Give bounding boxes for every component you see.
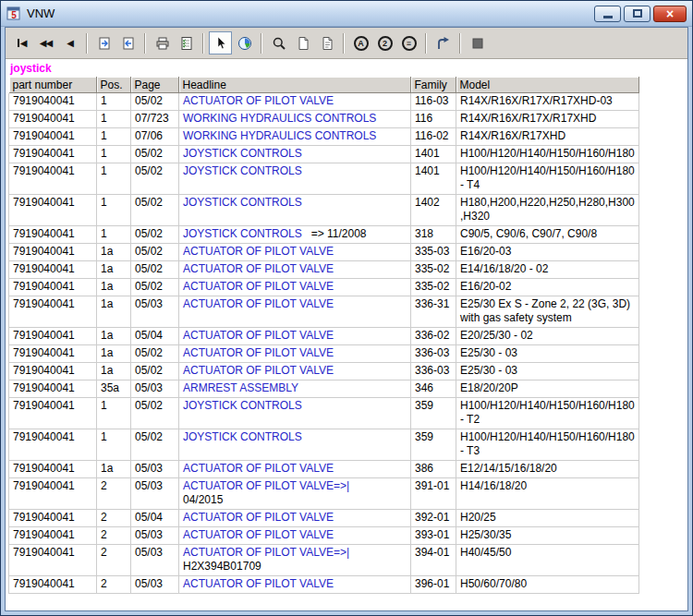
headline-link[interactable]: ACTUATOR OF PILOT VALVE <box>183 329 334 342</box>
circle-2-icon: 2 <box>378 36 393 51</box>
cell-part-number: 7919040041 <box>9 345 97 363</box>
headline-link[interactable]: ACTUATOR OF PILOT VALVE=>| <box>183 546 349 559</box>
pointer-select-button[interactable] <box>209 31 232 54</box>
print-button[interactable] <box>151 31 174 54</box>
close-button[interactable]: × <box>653 6 687 22</box>
cell-model: E25/30 Ex S - Zone 2, 22 (3G, 3D) with g… <box>456 296 639 328</box>
page-icon <box>296 36 310 51</box>
cell-pos: 2 <box>97 510 131 527</box>
go-previous-fast-button[interactable]: ◀◀ <box>34 31 57 54</box>
cell-family: 336-31 <box>411 296 456 328</box>
circle-2-button[interactable]: 2 <box>373 31 396 54</box>
headline-link[interactable]: ACTUATOR OF PILOT VALVE <box>183 297 334 310</box>
checklist-button[interactable] <box>175 31 198 54</box>
cell-model: E12/14/15/16/18/20 <box>456 461 639 478</box>
headline-link[interactable]: ACTUATOR OF PILOT VALVE <box>183 94 334 107</box>
toolbar: ◀ ◀◀ ◀ <box>6 28 687 59</box>
headline-link[interactable]: ACTUATOR OF PILOT VALVE <box>183 262 334 275</box>
cell-pos: 1a <box>97 328 131 345</box>
headline-link[interactable]: ACTUATOR OF PILOT VALVE <box>183 245 334 258</box>
toolbar-separator <box>261 33 262 54</box>
cell-part-number: 7919040041 <box>9 93 97 111</box>
app-icon[interactable]: 5 <box>6 6 21 21</box>
cell-pos: 1a <box>97 345 131 363</box>
header-page[interactable]: Page <box>131 77 179 93</box>
headline-link[interactable]: JOYSTICK CONTROLS <box>183 164 302 177</box>
cell-model: E16/20-03 <box>456 244 639 261</box>
cell-page: 05/02 <box>131 244 179 261</box>
cell-headline: JOYSTICK CONTROLS <box>179 146 411 163</box>
headline-link[interactable]: ACTUATOR OF PILOT VALVE <box>183 364 334 377</box>
cell-headline: ACTUATOR OF PILOT VALVE <box>179 296 411 328</box>
headline-link[interactable]: JOYSTICK CONTROLS <box>183 399 302 412</box>
cell-family: 336-02 <box>411 328 456 345</box>
cell-family: 359 <box>411 398 456 429</box>
headline-link[interactable]: JOYSTICK CONTROLS <box>183 147 302 160</box>
jump-arrow-button[interactable] <box>432 31 455 54</box>
doc-forward-button[interactable] <box>92 31 116 54</box>
content-area: joystick part number Pos. Page Headline … <box>6 59 687 610</box>
headline-link[interactable]: ARMREST ASSEMBLY <box>183 381 298 394</box>
zoom-button[interactable] <box>267 31 290 54</box>
circle-a-button[interactable]: A <box>349 31 372 54</box>
headline-link[interactable]: JOYSTICK CONTROLS <box>183 227 302 240</box>
cell-part-number: 7919040041 <box>9 398 97 429</box>
headline-suffix: 04/2015 <box>183 493 407 507</box>
table-row: 7919040041 1 07/723 WORKING HYDRAULICS C… <box>9 111 639 128</box>
mouse-pointer-icon <box>213 36 228 51</box>
header-pos[interactable]: Pos. <box>97 77 131 93</box>
headline-link[interactable]: ACTUATOR OF PILOT VALVE <box>183 528 334 541</box>
cell-part-number: 7919040041 <box>9 296 97 328</box>
go-previous-button[interactable]: ◀ <box>58 31 81 54</box>
circle-list-button[interactable]: ≡ <box>397 31 420 54</box>
minimize-button[interactable] <box>594 6 621 22</box>
table-row: 7919040041 1 05/02 JOYSTICK CONTROLS 359… <box>9 398 639 429</box>
cell-page: 05/03 <box>131 576 179 594</box>
headline-link[interactable]: ACTUATOR OF PILOT VALVE <box>183 280 334 293</box>
printer-icon <box>155 36 170 51</box>
cell-family: 359 <box>411 429 456 461</box>
go-first-button[interactable]: ◀ <box>10 31 33 54</box>
headline-link[interactable]: ACTUATOR OF PILOT VALVE <box>183 511 334 524</box>
cell-pos: 1 <box>97 398 131 429</box>
cell-part-number: 7919040041 <box>9 576 97 594</box>
table-row: 7919040041 1 07/06 WORKING HYDRAULICS CO… <box>9 128 639 146</box>
cell-page: 05/03 <box>131 478 179 510</box>
headline-link[interactable]: WORKING HYDRAULICS CONTROLS <box>183 112 376 125</box>
header-family[interactable]: Family <box>411 77 456 93</box>
page-copy-button[interactable] <box>315 31 338 54</box>
headline-link[interactable]: ACTUATOR OF PILOT VALVE <box>183 346 334 359</box>
cell-pos: 1 <box>97 128 131 146</box>
cell-family: 394-01 <box>411 545 456 576</box>
cell-part-number: 7919040041 <box>9 461 97 478</box>
cell-page: 05/02 <box>131 261 179 279</box>
headline-link[interactable]: ACTUATOR OF PILOT VALVE=>| <box>183 479 349 492</box>
cell-page: 05/02 <box>131 429 179 461</box>
cell-headline: ACTUATOR OF PILOT VALVE <box>179 576 411 594</box>
circle-a-icon: A <box>354 36 369 51</box>
toolbar-separator <box>459 33 461 54</box>
cell-headline: ACTUATOR OF PILOT VALVE <box>179 527 411 545</box>
headline-link[interactable]: ACTUATOR OF PILOT VALVE <box>183 462 334 475</box>
header-headline[interactable]: Headline <box>179 77 411 93</box>
maximize-button[interactable] <box>624 6 650 22</box>
cell-headline: JOYSTICK CONTROLS <box>179 195 411 226</box>
cell-part-number: 7919040041 <box>9 380 97 398</box>
time-pie-button[interactable] <box>233 31 256 54</box>
cell-pos: 1 <box>97 146 131 163</box>
headline-link[interactable]: JOYSTICK CONTROLS <box>183 430 302 443</box>
cell-headline: ACTUATOR OF PILOT VALVE=>|04/2015 <box>179 478 411 510</box>
header-part-number[interactable]: part number <box>9 77 97 93</box>
headline-link[interactable]: JOYSTICK CONTROLS <box>183 196 302 209</box>
headline-link[interactable]: WORKING HYDRAULICS CONTROLS <box>183 129 376 142</box>
stop-button[interactable] <box>466 31 489 54</box>
header-model[interactable]: Model <box>456 77 639 93</box>
page-preview-button[interactable] <box>291 31 314 54</box>
cell-family: 116-03 <box>411 93 456 111</box>
cell-headline: WORKING HYDRAULICS CONTROLS <box>179 111 411 128</box>
table-row: 7919040041 2 05/03 ACTUATOR OF PILOT VAL… <box>9 576 639 594</box>
doc-back-button[interactable] <box>116 31 140 54</box>
cell-pos: 1 <box>97 226 131 244</box>
cell-pos: 1 <box>97 195 131 226</box>
headline-link[interactable]: ACTUATOR OF PILOT VALVE <box>183 577 334 590</box>
